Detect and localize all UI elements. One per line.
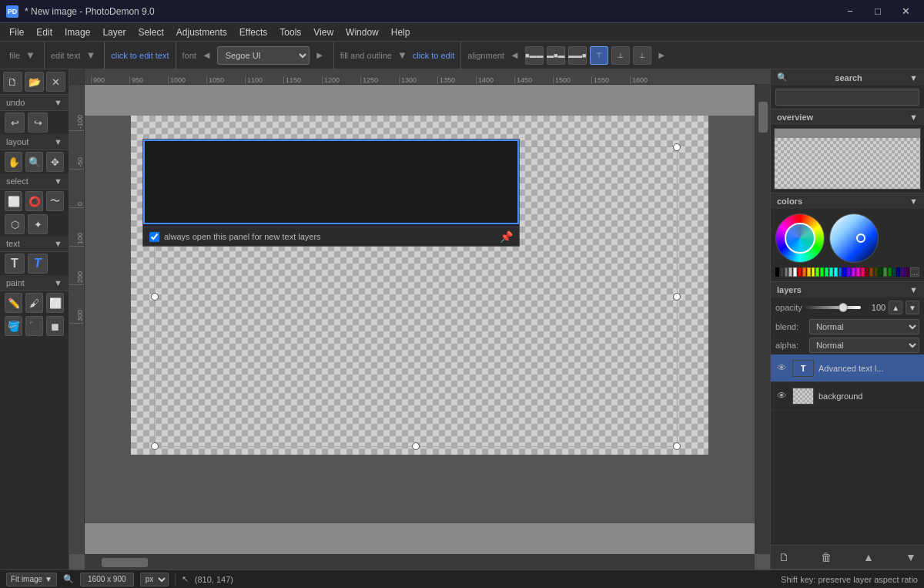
maximize-button[interactable]: □ [865,3,890,20]
align-left-btn[interactable]: ■▬▬ [525,46,544,65]
undo-btn[interactable]: ↩ [5,113,25,133]
layer-up-btn[interactable]: ▲ [860,549,877,566]
pencil-btn[interactable]: ✏️ [5,293,22,313]
search-header[interactable]: 🔍 search ▼ [771,69,924,86]
close-button[interactable]: ✕ [893,3,918,20]
colors-header[interactable]: colors ▼ [771,193,924,209]
swatch-indigo[interactable] [901,267,905,277]
close-doc-btn[interactable]: ✕ [46,72,65,92]
undo-header[interactable]: undo ▼ [0,95,69,111]
swatch-darkgray[interactable] [780,267,784,277]
ellipse-select-btn[interactable]: ⭕ [25,191,43,211]
menu-layer[interactable]: Layer [96,23,132,41]
vertical-scrollbar[interactable] [755,85,770,554]
color-pick-btn[interactable]: ⬛ [25,316,43,336]
swatch-brown[interactable] [869,267,873,277]
horizontal-scroll-thumb[interactable] [102,558,148,567]
swatch-forest[interactable] [883,267,887,277]
text-fancy-btn[interactable]: T [28,254,48,274]
unit-select[interactable]: px % in [140,573,169,586]
text-header[interactable]: text ▼ [0,236,69,252]
layer-eye-1[interactable]: 👁 [775,390,788,402]
swatch-teal[interactable] [892,267,896,277]
hue-wheel[interactable] [775,213,825,263]
swatch-green[interactable] [820,267,824,277]
color-square[interactable] [829,213,879,263]
swatch-olive[interactable] [874,267,878,277]
align-right-btn[interactable]: ▬▬■ [568,46,587,65]
align-center-btn[interactable]: ▬■▬ [547,46,565,65]
polygon-select-btn[interactable]: ⬡ [5,214,25,234]
menu-adjustments[interactable]: Adjustments [170,23,233,41]
swatch-red[interactable] [798,267,802,277]
menu-image[interactable]: Image [59,23,96,41]
vertical-scroll-thumb[interactable] [758,102,768,133]
pin-button[interactable]: 📌 [500,230,513,243]
blend-select[interactable]: Normal Multiply Screen [809,319,919,334]
select-header[interactable]: select ▼ [0,173,69,190]
overview-header[interactable]: overview ▼ [771,109,924,125]
menu-edit[interactable]: Edit [30,23,59,41]
rect-select-btn[interactable]: ⬜ [5,191,22,211]
swatch-navy[interactable] [896,267,900,277]
click-to-edit-link[interactable]: click to edit text [111,51,169,60]
pan-btn[interactable]: ✥ [46,152,64,172]
swatch-darkred[interactable] [865,267,869,277]
layer-add-btn[interactable]: 🗋 [775,549,792,566]
swatch-darkgreen[interactable] [879,267,882,277]
fill-btn[interactable]: 🪣 [5,316,22,336]
layer-item-0[interactable]: 👁 T Advanced text l... [771,354,924,382]
paint-header[interactable]: paint ▼ [0,275,69,291]
swatch-magenta[interactable] [856,267,860,277]
eraser-btn[interactable]: ⬜ [46,293,64,313]
text-normal-btn[interactable]: T [5,254,25,274]
layout-header[interactable]: layout ▼ [0,134,69,150]
swatch-cyan2[interactable] [829,267,833,277]
menu-help[interactable]: Help [385,23,417,41]
font-select[interactable]: Segoe UI [217,46,310,65]
click-to-edit-fill-link[interactable]: click to edit [413,51,454,60]
menu-view[interactable]: View [307,23,340,41]
swatch-spring[interactable] [825,267,829,277]
menu-tools[interactable]: Tools [273,23,307,41]
canvas-area[interactable]: always open this panel for new text laye… [69,69,770,570]
swatch-yellow[interactable] [812,267,815,277]
menu-select[interactable]: Select [132,23,169,41]
menu-window[interactable]: Window [340,23,385,41]
minimize-button[interactable]: − [838,3,862,20]
swatch-cyan[interactable] [834,267,838,277]
font-right-arrow[interactable]: ► [313,49,327,61]
alpha-select[interactable]: Normal Inherit [809,338,919,353]
image-size-input[interactable] [80,573,134,586]
fill-dropdown-arrow[interactable]: ▼ [395,49,410,61]
more-swatches-btn[interactable]: … [910,267,919,277]
swatch-midgray[interactable] [785,267,788,277]
menu-effects[interactable]: Effects [233,23,273,41]
align-right-arrow[interactable]: ► [654,49,669,61]
zoom-btn[interactable]: 🔍 [25,152,43,172]
align-mid-btn[interactable]: ⊥ [611,46,630,65]
align-left-arrow[interactable]: ◄ [507,49,522,61]
gradient-btn[interactable]: ◼ [46,316,64,336]
file-dropdown-arrow[interactable]: ▼ [23,49,38,61]
swatch-violet[interactable] [847,267,851,277]
swatch-azure[interactable] [839,267,842,277]
layer-delete-btn[interactable]: 🗑 [818,549,835,566]
redo-btn[interactable]: ↪ [28,113,48,133]
edit-text-arrow[interactable]: ▼ [83,49,98,61]
align-top-btn[interactable]: ⊤ [590,46,608,65]
new-btn[interactable]: 🗋 [3,72,22,92]
swatch-blue[interactable] [842,267,846,277]
align-bot-btn[interactable]: ⊥ [633,46,651,65]
opacity-up-btn[interactable]: ▲ [889,301,902,314]
brush-btn[interactable]: 🖌 [25,293,43,313]
swatch-lime[interactable] [815,267,819,277]
menu-file[interactable]: File [3,23,30,41]
layers-header[interactable]: layers ▼ [771,282,924,297]
opacity-thumb[interactable] [839,303,848,312]
move-btn[interactable]: ✋ [5,152,22,172]
layer-down-btn[interactable]: ▼ [902,549,919,566]
opacity-slider[interactable] [805,306,861,309]
always-open-checkbox[interactable] [149,232,159,242]
lasso-btn[interactable]: 〜 [46,191,64,211]
